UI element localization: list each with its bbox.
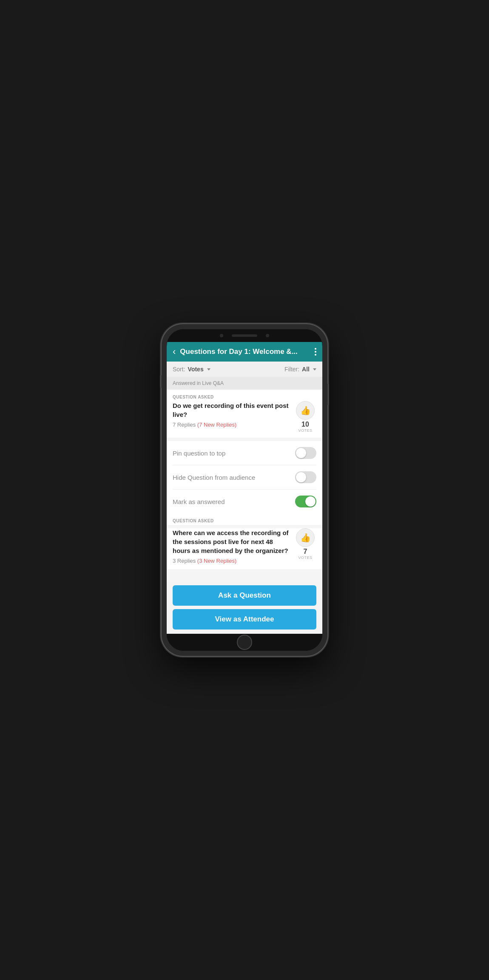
question2-replies: 3 Replies (3 New Replies): [173, 558, 290, 564]
pin-label: Pin question to top: [173, 450, 225, 457]
menu-dot-3: [315, 354, 316, 356]
more-menu-button[interactable]: [315, 348, 316, 356]
question1-replies: 7 Replies (7 New Replies): [173, 422, 290, 428]
hide-toggle-row: Hide Question from audience: [173, 465, 316, 490]
home-button[interactable]: [237, 635, 252, 650]
question2-vote-button[interactable]: 👍: [296, 528, 315, 547]
question1-vote-count: 10: [301, 421, 309, 428]
section-header-answered: Answered in Live Q&A: [167, 377, 322, 390]
back-button[interactable]: ‹: [173, 347, 176, 356]
question-card-1: Do we get recording of this event post l…: [167, 401, 322, 438]
question2-reply-count: 3 Replies: [173, 558, 196, 564]
sort-label: Sort:: [173, 366, 185, 373]
menu-dot-2: [315, 351, 316, 353]
sort-value: Votes: [188, 366, 204, 373]
filter-control[interactable]: Filter: All: [284, 366, 316, 373]
pin-toggle-row: Pin question to top: [173, 441, 316, 465]
sensor: [266, 334, 269, 337]
question1-text: Do we get recording of this event post l…: [173, 401, 290, 419]
page-title: Questions for Day 1: Welcome &...: [180, 348, 310, 356]
answer-toggle[interactable]: [295, 496, 316, 507]
menu-dot-1: [315, 348, 316, 350]
question1-new-replies: (7 New Replies): [197, 422, 236, 428]
pin-toggle[interactable]: [295, 447, 316, 459]
thumbs-up-icon-2: 👍: [300, 533, 311, 543]
filter-label: Filter:: [284, 366, 299, 373]
phone-frame: ‹ Questions for Day 1: Welcome &... Sort…: [162, 324, 327, 656]
speaker: [232, 334, 257, 337]
question1-vote-label: VOTES: [298, 428, 312, 433]
app-header: ‹ Questions for Day 1: Welcome &...: [167, 342, 322, 362]
sort-control[interactable]: Sort: Votes: [173, 366, 210, 373]
notch: [167, 329, 322, 342]
pin-toggle-knob: [296, 448, 306, 458]
questions-list: Answered in Live Q&A QUESTION ASKED Do w…: [167, 377, 322, 634]
answer-label: Mark as answered: [173, 498, 225, 505]
question1-vote-box: 👍 10 VOTES: [294, 401, 316, 433]
question1-vote-button[interactable]: 👍: [296, 401, 315, 420]
answer-toggle-row: Mark as answered: [173, 490, 316, 513]
question2-vote-count: 7: [304, 548, 307, 556]
hide-toggle[interactable]: [295, 471, 316, 483]
filter-value: All: [302, 366, 310, 373]
camera: [220, 334, 223, 337]
ask-question-button[interactable]: Ask a Question: [173, 585, 316, 606]
question-card-2: Where can we access the recording of the…: [167, 528, 322, 569]
power-button: [327, 384, 329, 405]
thumbs-up-icon: 👍: [300, 405, 311, 416]
phone-screen: ‹ Questions for Day 1: Welcome &... Sort…: [167, 329, 322, 651]
answer-toggle-knob: [305, 496, 316, 507]
question1-toggles: Pin question to top Hide Question from a…: [167, 441, 322, 513]
sort-chevron-icon: [207, 368, 210, 370]
hide-toggle-knob: [296, 472, 306, 482]
filter-chevron-icon: [313, 368, 316, 370]
hide-label: Hide Question from audience: [173, 474, 255, 481]
volume-button: [160, 375, 162, 388]
question2-vote-label: VOTES: [298, 556, 312, 560]
question2-vote-box: 👍 7 VOTES: [294, 528, 316, 560]
question2-text: Where can we access the recording of the…: [173, 528, 290, 555]
question1-text-area: Do we get recording of this event post l…: [173, 401, 290, 428]
question2-new-replies: (3 New Replies): [197, 558, 236, 564]
view-as-attendee-button[interactable]: View as Attendee: [173, 609, 316, 630]
question1-reply-count: 7 Replies: [173, 422, 196, 428]
filter-bar: Sort: Votes Filter: All: [167, 362, 322, 377]
question2-text-area: Where can we access the recording of the…: [173, 528, 290, 564]
question1-label: QUESTION ASKED: [167, 390, 322, 401]
question2-label: QUESTION ASKED: [167, 513, 322, 525]
bottom-actions: Ask a Question View as Attendee: [167, 582, 322, 634]
phone-bottom-bar: [167, 634, 322, 651]
